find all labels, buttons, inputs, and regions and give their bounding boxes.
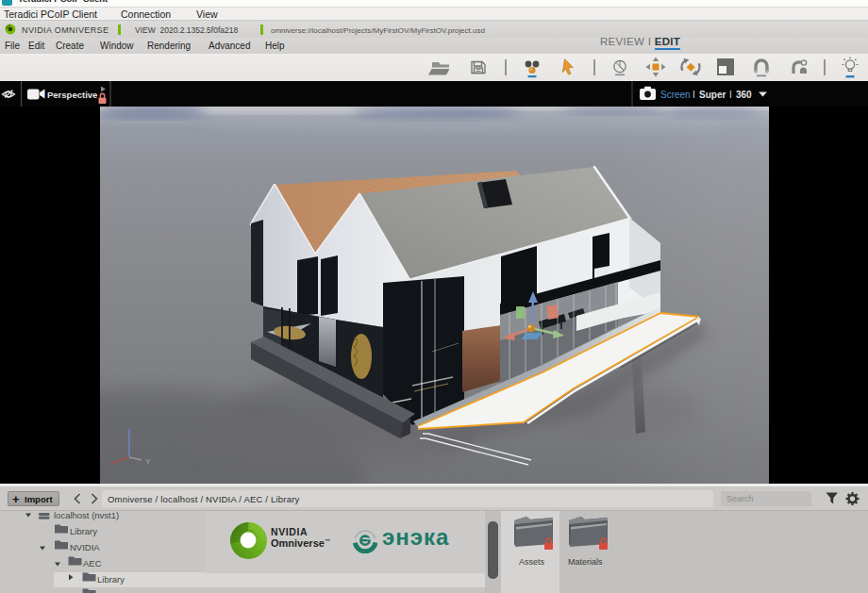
svg-text:Screen: Screen xyxy=(660,90,691,100)
svg-text:360: 360 xyxy=(736,90,752,100)
svg-text:Y: Y xyxy=(145,457,151,466)
svg-text:I: I xyxy=(693,90,695,100)
svg-text:Perspective: Perspective xyxy=(47,90,97,100)
svg-text:I: I xyxy=(729,90,732,100)
svg-text:Super: Super xyxy=(699,90,726,100)
